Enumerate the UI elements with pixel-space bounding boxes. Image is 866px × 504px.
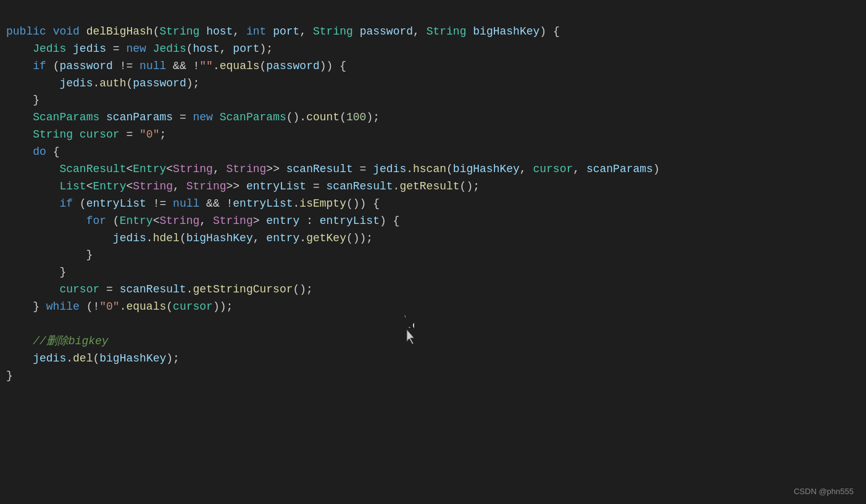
line-7: String cursor = "0";	[6, 128, 166, 141]
line-12: for (Entry<String, String> entry : entry…	[6, 215, 399, 227]
line-19: //删除bigkey	[6, 335, 109, 347]
watermark: CSDN @phn555	[794, 485, 854, 498]
line-13: jedis.hdel(bigHashKey, entry.getKey());	[6, 232, 373, 244]
line-11: if (entryList != null && !entryList.isEm…	[6, 197, 380, 210]
line-1: public void delBigHash(String host, int …	[6, 25, 560, 38]
code-container: public void delBigHash(String host, int …	[6, 6, 866, 385]
line-10: List<Entry<String, String>> entryList = …	[6, 180, 480, 192]
line-2: Jedis jedis = new Jedis(host, port);	[6, 43, 273, 55]
line-21: }	[6, 370, 13, 382]
line-5: }	[6, 94, 40, 106]
line-16: cursor = scanResult.getStringCursor();	[6, 283, 313, 295]
line-8: do {	[6, 146, 59, 158]
line-6: ScanParams scanParams = new ScanParams()…	[6, 111, 380, 123]
line-17: } while (!"0".equals(cursor));	[6, 300, 233, 313]
line-15: }	[6, 266, 66, 278]
line-3: if (password != null && !"".equals(passw…	[6, 60, 346, 72]
line-9: ScanResult<Entry<String, String>> scanRe…	[6, 163, 660, 175]
line-20: jedis.del(bigHashKey);	[6, 352, 180, 365]
line-4: jedis.auth(password);	[6, 77, 199, 89]
line-14: }	[6, 249, 93, 261]
